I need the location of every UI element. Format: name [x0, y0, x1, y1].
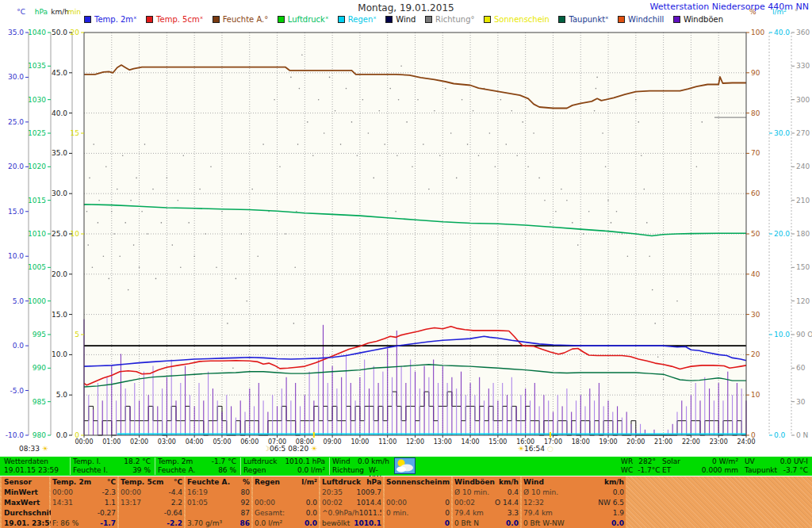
axis-pct-tick-label: 90: [751, 69, 760, 77]
table-col-name: Luftdruck: [322, 477, 361, 488]
table-cell-value: 1014.4: [357, 498, 382, 508]
axis-pct-tick-label: 50: [751, 230, 760, 238]
table-col-name: Windböen: [454, 477, 495, 488]
axis-min-tick-label: 10: [71, 230, 80, 238]
table-cell: -2.2: [121, 518, 182, 528]
table-cell-time: 12:32: [523, 498, 544, 508]
table-cell-value: 0.4: [508, 488, 519, 498]
table-cell: 3.70 g/m³86: [187, 518, 250, 528]
axis-deg-tick-label: 90 O: [796, 331, 812, 339]
statusbar-value: 0 W/m²: [712, 457, 738, 466]
table-column-temp-2m: Temp. 2m°C00:00-2.314:311.1-0.27F: 86 %-…: [51, 476, 117, 528]
axis-pct-tick-label: 40: [751, 270, 760, 278]
table-column-sonnenschein: Sonnenscheinmin00:0000 min.00: [385, 476, 451, 528]
axis-lm2-tick-label: 10.0: [774, 331, 790, 339]
axis-pct-header: %: [749, 8, 756, 16]
axis-degC-tick-label: 5.0: [13, 297, 25, 305]
table-cell-time: 20:35: [322, 488, 343, 498]
table-cell: [255, 488, 317, 498]
axis-deg-tick-label: 150: [796, 263, 810, 271]
statusbar-label: Temp. 2m: [158, 457, 193, 466]
table-cell-value: 92: [241, 498, 250, 508]
table-cell: 87: [187, 508, 250, 518]
table-cell-time: 00:00: [255, 498, 275, 508]
table-column-windb-en: Windböenkm/hØ 10 min.0.400:02O 14.479.4 …: [453, 476, 520, 528]
sun-time-left-label: 08:33: [19, 445, 40, 453]
table-cell: 00:000.0: [255, 498, 317, 508]
table-header-row: LuftdruckhPa: [322, 477, 381, 488]
table-cell: 00:00-2.3: [52, 488, 116, 498]
table-cell: -0.27: [52, 508, 116, 518]
table-cell: 14:311.1: [52, 498, 116, 508]
table-cell-value: 0: [445, 498, 450, 508]
axis-deg-tick-label: 60: [796, 364, 806, 372]
table-cell: Ø 10 min.0.4: [454, 488, 519, 498]
axis-kmh-tick-label: 10.0: [52, 350, 67, 358]
sunset-icon: ☀: [518, 445, 524, 453]
table-cell: 12:32NW 6.5: [523, 498, 624, 508]
statusbar-cell-2: Temp. 2m-1.7 °CFeuchte A.86 %: [155, 457, 239, 475]
table-col-unit: %: [243, 477, 250, 488]
axis-deg-tick-label: 30: [796, 398, 806, 406]
table-cell-value: -0.27: [98, 508, 116, 518]
table-cell-time: 00:00: [386, 498, 407, 508]
table-col-name: Sonnenschein: [386, 477, 442, 488]
table-col-unit: °C: [174, 477, 182, 488]
table-cell-value: 0.0: [506, 518, 519, 528]
sun-markers-row: 08:33 ☀ ☽06:5 08:20 ☀ ☀16:54 ○: [0, 445, 812, 456]
table-cell-value: -4.4: [168, 488, 182, 498]
table-row-label: MinWert: [4, 488, 38, 498]
axis-deg-tick-label: 300: [796, 96, 810, 104]
axis-deg-tick-label: 0 N: [796, 431, 808, 439]
table-col-unit: km/h: [604, 477, 624, 488]
statusbar-value: 282°: [638, 457, 656, 466]
axis-hpa-tick-label: 1010: [28, 230, 46, 238]
table-cell-time: 79.4 km: [454, 508, 484, 518]
statusbar-cell-4: Wind0.0 km/hRichtungW-NW: [329, 457, 392, 475]
axis-lm2-tick-label: 0.0: [774, 431, 786, 439]
axis-deg-tick-label: 270 W: [796, 129, 812, 137]
statusbar-value: -1.7°C: [638, 466, 660, 475]
table-cell-time: Gesamt:: [255, 508, 285, 518]
table-cell-value: 0.0: [611, 518, 624, 528]
table-cell: 16:1980: [187, 488, 250, 498]
axis-degC-tick-label: 15.0: [8, 208, 24, 216]
table-col-unit: l/m²: [301, 477, 317, 488]
table-cell-value: 86: [239, 518, 250, 528]
statusbar-label: Solar: [662, 457, 680, 466]
axis-degC-tick-label: 20.0: [8, 163, 24, 170]
table-cell-time: 16:19: [187, 488, 208, 498]
statusbar-label: WR: [621, 457, 633, 466]
axis-pct-tick-label: 100: [751, 29, 764, 36]
axis-hpa-tick-label: 990: [33, 364, 46, 372]
table-header-row: Regenl/m²: [255, 477, 317, 488]
axis-pct-tick-label: 10: [751, 391, 760, 399]
axis-hpa-tick-label: 1040: [28, 29, 46, 36]
statusbar-value: 86 %: [218, 466, 236, 475]
table-cell: Gesamt:0.0: [255, 508, 317, 518]
weather-app-window: Montag, 19.01.2015 Wetterstation Nieders…: [0, 0, 812, 528]
axis-pct-tick-label: 80: [751, 109, 760, 117]
table-col-unit: min: [442, 477, 450, 488]
axis-degC-tick-label: 35.0: [8, 29, 24, 36]
table-cell-time: 00:00: [52, 488, 73, 498]
statusbar-cell-r1: Solar0 W/m²ET0.000 mm: [660, 457, 741, 475]
axis-degC-tick-label: 25.0: [8, 118, 24, 126]
table-cell: -0.64: [121, 508, 182, 518]
table-col-name: Temp. 2m: [52, 477, 91, 488]
table-col-name: Feuchte A.: [187, 477, 230, 488]
table-column-luftdruck: LuftdruckhPa20:351009.700:021014.4^0.9hP…: [320, 476, 383, 528]
table-cell: 00:00-4.4: [121, 488, 182, 498]
sunset-time: ☀16:54 ○: [518, 445, 553, 453]
axis-deg-tick-label: 180 S: [796, 230, 812, 238]
table-cell: 0 min.0: [386, 508, 450, 518]
axis-kmh-tick-label: 45.0: [52, 69, 67, 77]
table-col-unit: hPa: [366, 477, 381, 488]
sunrise-icon: ☀: [311, 445, 317, 453]
table-cell-value: -1.7: [100, 518, 116, 528]
axis-hpa-tick-label: 1005: [28, 263, 46, 271]
table-header-row: Temp. 5cm°C: [121, 477, 182, 488]
statusbar-cell-0: Wetterdaten19.01.15 23:59: [2, 457, 68, 475]
axis-lm2-tick-label: 20.0: [774, 230, 790, 238]
table-column-temp-5cm: Temp. 5cm°C00:00-4.413:172.2-0.64-2.2: [119, 476, 184, 528]
